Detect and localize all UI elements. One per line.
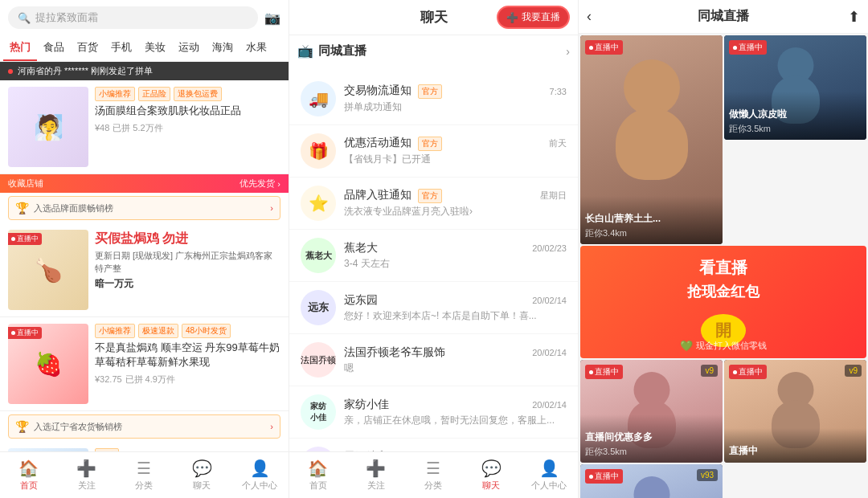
stream-title-5: 直播中	[729, 444, 862, 458]
nav-item-sports[interactable]: 运动	[172, 35, 206, 61]
live-broadcast-button[interactable]: ➕ 我要直播	[497, 6, 570, 29]
product-card-5[interactable]: 🧻 品牌 商务大盘纸 心心相印卷纸大盘纸 1卷用整月 用纸巾批发家用大卷卫生有芯…	[0, 442, 289, 451]
sale-text-3: 入选辽宁省农货畅销榜	[34, 421, 122, 433]
chat-item-promo[interactable]: 🎁 优惠活动通知 官方 前天 【省钱月卡】已开通	[289, 125, 578, 178]
product-card-1[interactable]: 🧖 小编推荐 正品险 退换包运费 汤面膜组合案致肌肤化妆品正品 ¥48 已拼 5…	[0, 80, 289, 174]
sale-banner-1[interactable]: 🏆 入选品牌面膜畅销榜 ›	[8, 196, 280, 220]
chat-main-jiafang: 家纺小佳 20/02/14 亲，店铺正在休息哦，暂时无法回复您，客服上...	[344, 398, 567, 427]
mid-nav-chat[interactable]: 💬 聊天	[462, 455, 520, 495]
share-button[interactable]: ⬆	[848, 8, 860, 26]
chat-main-faguo: 法国乔顿老爷车服饰 20/02/14 嗯	[344, 345, 567, 375]
nav-item-overseas[interactable]: 海淘	[206, 35, 240, 61]
stream-card-2[interactable]: 直播中 做懒人凉皮啦 距你3.5km	[724, 35, 866, 140]
sale-banner-3[interactable]: 🏆 入选辽宁省农货畅销榜 ›	[8, 414, 280, 439]
left-nav-follow[interactable]: ➕ 关注	[58, 455, 116, 495]
stream-card-1[interactable]: 直播中 长白山营养土土... 距你3.4km	[580, 35, 723, 244]
sale-text: 入选品牌面膜畅销榜	[34, 202, 113, 214]
nav-item-dept[interactable]: 百货	[71, 35, 104, 61]
chat-item-brand[interactable]: ⭐ 品牌入驻通知 官方 星期日 洗衣液专业品牌蓝月亮入驻啦›	[289, 178, 578, 230]
stream-title-1: 长白山营养土土...	[585, 212, 718, 226]
nav-item-fruit[interactable]: 水果	[240, 35, 273, 61]
chat-main-logistics: 交易物流通知 官方 7:33 拼单成功通知	[344, 84, 567, 114]
product-info-2: 买假盐焗鸡 勿进 更新日期 [现做现发] 广东梅州正宗盐焗鸡客家特产整 暗一万元	[88, 230, 280, 310]
chat-item-yuandong[interactable]: 远东 远东园 20/02/14 您好！欢迎来到本店~! 本店是自助下单！喜...	[289, 282, 578, 334]
product-info-3: 小编推荐 极速退款 48小时发货 不是真盐焗鸡 顺丰空运 丹东99草莓牛奶草莓秸…	[88, 324, 280, 404]
promo-bar-1[interactable]: 收藏店铺 优先发货 ›	[0, 174, 289, 193]
nav-item-beauty[interactable]: 美妆	[138, 35, 172, 61]
m-home-label: 首页	[309, 480, 327, 492]
stream-info-4: 直播间优惠多多 距你3.5km	[580, 414, 723, 463]
sale-arrow: ›	[270, 203, 273, 213]
avatar-brand: ⭐	[301, 186, 336, 221]
product-card-2[interactable]: 直播中 🍗 买假盐焗鸡 勿进 更新日期 [现做现发] 广东梅州正宗盐焗鸡客家特产…	[0, 223, 289, 317]
live-badge-stream-1: 直播中	[585, 40, 623, 55]
tag-genuine: 正品险	[138, 87, 170, 101]
tag-48h: 48小时发货	[182, 324, 231, 338]
m-follow-label: 关注	[367, 480, 385, 492]
left-nav-category[interactable]: ☰ 分类	[116, 455, 174, 495]
product-image-1: 🧖	[8, 87, 88, 167]
chat-top-faguo: 法国乔顿老爷车服饰 20/02/14	[344, 345, 567, 360]
stream-info-1: 长白山营养土土... 距你3.4km	[580, 196, 723, 244]
nav-item-hot[interactable]: 热门	[3, 35, 37, 61]
live-plus-icon: ➕	[506, 12, 518, 23]
product-image-3: 直播中 🍓	[8, 324, 88, 404]
tongcheng-section[interactable]: 📺 同城直播 ›	[289, 35, 578, 73]
product-price-3: ¥32.75 已拼 4.9万件	[95, 372, 280, 386]
stream-card-6[interactable]: 直播中 v93 直播中	[580, 464, 723, 498]
sale-icon: 🏆	[15, 202, 29, 214]
search-icon: 🔍	[18, 12, 31, 24]
left-nav-chat[interactable]: 💬 聊天	[173, 455, 231, 495]
nav-item-phone[interactable]: 手机	[104, 35, 138, 61]
mid-nav-category[interactable]: ☰ 分类	[405, 455, 463, 495]
chat-top-jiafang: 家纺小佳 20/02/14	[344, 398, 567, 412]
chat-item-jiaolao[interactable]: 蕉老大 蕉老大 20/02/23 3-4 天左右	[289, 230, 578, 282]
stream-card-4[interactable]: 直播中 v9 直播间优惠多多 距你3.5km	[580, 360, 723, 463]
chat-item-logistics[interactable]: 🚚 交易物流通知 官方 7:33 拼单成功通知	[289, 73, 578, 125]
chat-item-siyuan[interactable]: 思源 思源达贸易 20/02/14 亲 店铺正在休息哦，暂时无法回复您，客服卜.…	[289, 439, 578, 451]
left-search-bar: 🔍 提拉紧致面霜 📷	[0, 0, 289, 35]
collect-label: 收藏店铺	[8, 178, 43, 190]
chat-item-faguo[interactable]: 法国乔顿 法国乔顿老爷车服饰 20/02/14 嗯	[289, 334, 578, 386]
mid-nav-follow[interactable]: ➕ 关注	[347, 455, 405, 495]
stream-dist-1: 距你3.4km	[585, 227, 718, 239]
back-button[interactable]: ‹	[587, 8, 592, 25]
stream-card-5[interactable]: 直播中 v9 直播中	[724, 360, 866, 463]
chat-top-brand: 品牌入驻通知 官方 星期日	[344, 188, 567, 203]
left-content: 河南省的丹 ******* 刚刚发起了拼单 🧖 小编推荐 正品险 退换包运费 汤…	[0, 62, 289, 451]
left-nav-profile[interactable]: 👤 个人中心	[231, 455, 289, 495]
mid-nav-home[interactable]: 🏠 首页	[289, 455, 347, 495]
chat-item-jiafang[interactable]: 家纺小佳 家纺小佳 20/02/14 亲，店铺正在休息哦，暂时无法回复您，客服上…	[289, 386, 578, 439]
chat-preview-7: 亲，店铺正在休息哦，暂时无法回复您，客服上...	[344, 414, 567, 427]
live-badge-stream-6: 直播中	[585, 469, 623, 484]
sale-icon-3: 🏆	[15, 420, 29, 433]
left-bottom-nav: 🏠 首页 ➕ 关注 ☰ 分类 💬 聊天 👤 个人中心	[0, 451, 289, 498]
mid-nav-profile[interactable]: 👤 个人中心	[520, 455, 578, 495]
product-title-1: 汤面膜组合案致肌肤化妆品正品	[95, 104, 280, 118]
chat-main-jiaolao: 蕉老大 20/02/23 3-4 天左右	[344, 241, 567, 271]
product-card-3[interactable]: 直播中 🍓 小编推荐 极速退款 48小时发货 不是真盐焗鸡 顺丰空运 丹东99草…	[0, 317, 289, 411]
tongcheng-header: 📺 同城直播 ›	[297, 43, 570, 59]
chat-icon: 💬	[192, 459, 212, 478]
profile-label: 个人中心	[242, 480, 277, 492]
left-nav-home[interactable]: 🏠 首页	[0, 455, 58, 495]
category-label: 分类	[135, 480, 153, 492]
live-text-1: 直播中	[595, 42, 619, 53]
middle-title: 聊天	[420, 8, 448, 27]
chat-preview-5: 您好！欢迎来到本店~! 本店是自助下单！喜...	[344, 309, 567, 323]
nav-item-food[interactable]: 食品	[37, 35, 71, 61]
product-image-5: 🧻	[8, 448, 88, 451]
chat-main-promo: 优惠活动通知 官方 前天 【省钱月卡】已开通	[344, 136, 567, 166]
promo-banner: 河南省的丹 ******* 刚刚发起了拼单	[0, 62, 289, 80]
live-badge-stream-2: 直播中	[729, 40, 767, 55]
chat-list: 🚚 交易物流通知 官方 7:33 拼单成功通知 🎁 优惠活动通知	[289, 73, 578, 451]
live-badge-stream-5: 直播中	[729, 365, 767, 379]
middle-header: 聊天 ➕ 我要直播	[289, 0, 578, 35]
search-bar-inner[interactable]: 🔍 提拉紧致面霜	[8, 6, 258, 29]
promo-dot	[8, 69, 13, 74]
product-title-3: 不是真盐焗鸡 顺丰空运 丹东99草莓牛奶草莓秸秆草莓新鲜水果现	[95, 341, 280, 369]
m-home-icon: 🏠	[308, 459, 328, 478]
camera-icon[interactable]: 📷	[264, 10, 280, 26]
promo-card[interactable]: 看直播 抢现金红包 開 💚 现金打入微信零钱	[580, 246, 866, 358]
product-tags-3: 小编推荐 极速退款 48小时发货	[95, 324, 280, 338]
